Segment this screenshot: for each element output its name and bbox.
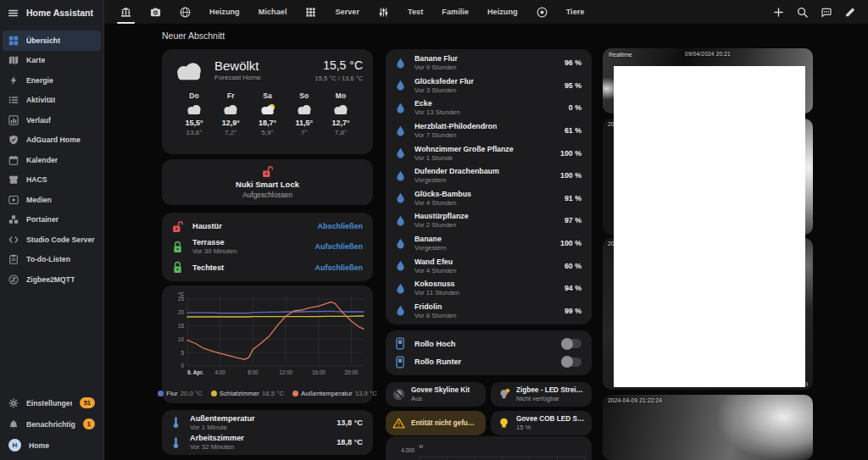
lock-name: Terrasse (192, 238, 236, 247)
toggle-switch[interactable] (561, 357, 581, 367)
dashboard-tab[interactable] (170, 0, 200, 24)
sidebar-item[interactable]: HACS (3, 170, 101, 191)
assist-button[interactable] (821, 7, 832, 18)
sidebar-item-label: Übersicht (26, 36, 60, 45)
plant-name: Haustürpflanze (415, 212, 469, 220)
plant-row[interactable]: Ecke Vor 13 Stunden 0 % (386, 97, 592, 119)
sidebar-item-notifications[interactable]: Benachrichtigungen 1 (3, 413, 101, 435)
plant-row[interactable]: Wohnzimmer Große Pflanze Vor 1 Stunde 10… (386, 141, 592, 164)
sensor-last-changed: Vor 32 Minuten (190, 443, 244, 451)
dashboard-tab[interactable]: Familie (432, 0, 478, 24)
svg-text:25: 25 (178, 296, 185, 302)
lock-action-button[interactable]: Aufschließen (314, 263, 363, 272)
tab-label: Server (335, 8, 359, 16)
camera-realtime-label: Realtime (609, 52, 632, 58)
sidebar-item[interactable]: To-do-Listen (3, 250, 101, 270)
cover-name: Rollo Hoch (415, 340, 456, 348)
nuki-lock-card[interactable]: Nuki Smart Lock Aufgeschlossen (162, 159, 373, 205)
dashboard-tab[interactable] (296, 0, 326, 24)
temperature-history-chart: 05101520259. Apr.4:008:0012:0016:0020:00… (167, 290, 368, 385)
sidebar-item-settings[interactable]: Einstellungen 51 (3, 392, 101, 413)
camera-card-garden[interactable]: 2024-04-09 21:22:24 (603, 395, 813, 460)
sidebar-item[interactable]: Verlauf (3, 110, 101, 130)
cover-row: Rollo Hoch (386, 335, 592, 353)
dashboard-tab[interactable]: Heizung (200, 0, 249, 24)
light-off-icon (392, 388, 405, 401)
dashboard-tab[interactable] (527, 0, 557, 24)
light-card-govee-skyline[interactable]: Govee Skyline Kit Aus (386, 382, 486, 407)
lock-action-button[interactable]: Aufschließen (314, 242, 363, 251)
plant-last-changed: Vor 2 Stunden (415, 221, 469, 229)
weather-card[interactable]: Bewölkt Forecast Home 15,5 °C 15,5 °C / … (162, 49, 373, 154)
sidebar-item[interactable]: Medien (3, 190, 101, 210)
lock-row[interactable]: Haustür Abschließen (162, 216, 373, 236)
plant-row[interactable]: Banane Flur Vor 9 Stunden 96 % (386, 52, 592, 75)
water-drop-icon (396, 125, 405, 136)
temperature-row[interactable]: Außentemperatur Vor 1 Minute 13,8 °C (162, 413, 373, 433)
sidebar-item-label: Home (29, 441, 49, 450)
plant-moisture-card: Banane Flur Vor 9 Stunden 96 % Glücksfed… (386, 49, 592, 324)
plant-row[interactable]: Fridolin Vor 8 Stunden 99 % (386, 300, 592, 323)
sidebar-item[interactable]: Portainer (3, 210, 101, 230)
plant-row[interactable]: Haustürpflanze Vor 2 Stunden 97 % (386, 209, 592, 232)
light-card-zigbee-strip[interactable]: Zigbee - LED Streifen 1 - S... Nicht ver… (491, 382, 592, 407)
tab-label: Test (408, 8, 423, 16)
lock-action-button[interactable]: Abschließen (317, 222, 363, 230)
lock-name: Techtest (192, 263, 224, 272)
dashboard-tab[interactable]: Test (398, 0, 432, 24)
plant-row[interactable]: Banane Vorgestern 100 % (386, 232, 592, 255)
water-drop-icon (396, 238, 405, 249)
forecast-high: 11,5° (287, 119, 322, 127)
dashboard-tab[interactable] (369, 0, 398, 24)
lock-open-icon (262, 165, 273, 178)
remote-icon (396, 337, 404, 350)
plant-row[interactable]: Wand Efeu Vor 4 Stunden 60 % (386, 254, 592, 277)
edit-dashboard-button[interactable] (844, 7, 855, 18)
sidebar-item[interactable]: Energie (3, 70, 101, 91)
dashboard-tab[interactable] (111, 0, 141, 24)
add-button[interactable] (773, 7, 784, 18)
menu-icon[interactable] (8, 8, 19, 19)
sidebar-item-label: Studio Code Server (26, 236, 95, 244)
dashboard-tab[interactable]: Heizung (478, 0, 527, 24)
light-card-govee-cob[interactable]: Govee COB LED Streifen 15 % (491, 411, 592, 435)
dashboard-tab[interactable]: Server (326, 0, 369, 24)
bulb-unavailable-icon (498, 388, 510, 401)
nuki-name: Nuki Smart Lock (236, 180, 299, 189)
plant-row[interactable]: Kokosnuss Vor 11 Stunden 94 % (386, 277, 592, 300)
sidebar-item[interactable]: Kalender (3, 150, 101, 170)
temperature-history-card[interactable]: 05101520259. Apr.4:008:0012:0016:0020:00… (162, 285, 373, 403)
forecast-high: 12,9° (213, 119, 248, 127)
sidebar-item[interactable]: Studio Code Server (3, 230, 101, 250)
plant-last-changed: Vorgestern (415, 244, 447, 252)
search-button[interactable] (797, 7, 808, 18)
tab-icon (120, 7, 131, 18)
home-assistant-dashboard: Home Assistant Übersicht Karte Energie (0, 0, 868, 460)
dashboard-tab[interactable]: Michael (249, 0, 297, 24)
toggle-switch[interactable] (561, 339, 581, 348)
dashboard-tab[interactable]: Tiere (557, 0, 594, 24)
sidebar-item[interactable]: Aktivität (3, 91, 101, 111)
sidebar-item[interactable]: Zigbee2MQTT (3, 269, 101, 290)
sidebar-item[interactable]: Karte (3, 51, 101, 71)
camera-timestamp: 2024-04-09 21:22:24 (608, 397, 662, 403)
power-chart-card[interactable]: 4.000W (386, 436, 592, 460)
dashboard-tab[interactable] (141, 0, 170, 24)
forecast-low: 13,6° (176, 129, 212, 136)
sidebar-item[interactable]: AdGuard Home (3, 130, 101, 151)
lock-row[interactable]: Terrasse Vor 30 Minuten Aufschließen (162, 236, 373, 257)
sidebar-item-profile[interactable]: H Home (3, 435, 101, 456)
lock-row[interactable]: Techtest Aufschließen (162, 258, 373, 278)
plant-row[interactable]: Herzblatt-Philodendron Vor 7 Stunden 61 … (386, 119, 592, 142)
entity-not-found-card[interactable]: Entität nicht gefunden (386, 411, 486, 435)
temperature-row[interactable]: Arbeitszimmer Vor 32 Minuten 18,8 °C (162, 433, 373, 453)
plant-last-changed: Vor 3 Stunden (415, 86, 474, 94)
forecast-weather-icon (221, 103, 240, 115)
plant-row[interactable]: Dufender Drachenbaum Vorgestern 100 % (386, 164, 592, 187)
svg-text:°C: °C (178, 291, 184, 297)
weather-condition: Bewölkt (214, 58, 261, 73)
sidebar-item[interactable]: Übersicht (3, 30, 101, 51)
plant-row[interactable]: Glücksfeder Flur Vor 3 Stunden 95 % (386, 75, 592, 97)
plant-row[interactable]: Glücks-Bambus Vor 4 Stunden 91 % (386, 187, 592, 210)
tab-icon (378, 7, 389, 18)
